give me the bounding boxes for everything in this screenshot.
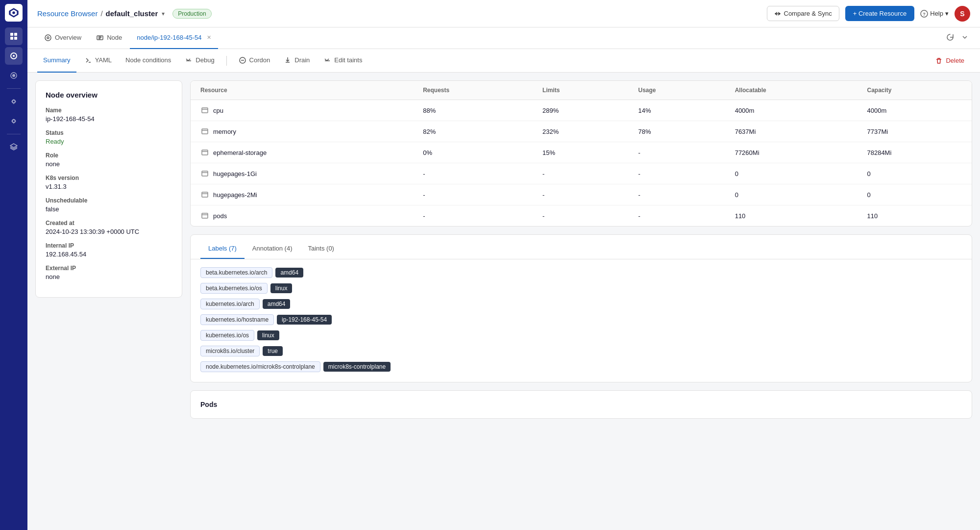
environment-badge: Production bbox=[172, 9, 211, 19]
table-row: ephemeral-storage 0% 15% - 77260Mi 78284… bbox=[191, 142, 972, 163]
resource-icon bbox=[200, 127, 209, 136]
resource-icon bbox=[200, 169, 209, 178]
yaml-icon bbox=[84, 56, 92, 64]
info-name: Name ip-192-168-45-54 bbox=[46, 107, 172, 123]
col-capacity: Capacity bbox=[857, 81, 972, 100]
col-usage: Usage bbox=[628, 81, 725, 100]
help-button[interactable]: ? Help ▾ bbox=[920, 10, 949, 18]
right-panel: Resource Requests Limits Usage Allocatab… bbox=[190, 80, 972, 522]
info-internal-ip: Internal IP 192.168.45.54 bbox=[46, 242, 172, 258]
label-key: kubernetes.io/arch bbox=[200, 299, 260, 309]
tab-refresh-icon[interactable] bbox=[945, 32, 956, 44]
label-row: node.kubernetes.io/microk8s-controlplane… bbox=[200, 361, 962, 372]
table-row: memory 82% 232% 78% 7637Mi 7737Mi bbox=[191, 121, 972, 142]
tab-taints[interactable]: Taints (0) bbox=[300, 245, 342, 259]
tab-node[interactable]: Node bbox=[89, 27, 129, 49]
labels-card: Labels (7) Annotation (4) Taints (0) bet… bbox=[190, 234, 972, 382]
label-key: node.kubernetes.io/microk8s-controlplane bbox=[200, 361, 320, 372]
pods-card: Pods bbox=[190, 390, 972, 419]
subnav-debug[interactable]: Debug bbox=[179, 49, 220, 73]
table-row: hugepages-2Mi - - - 0 0 bbox=[191, 184, 972, 205]
compare-sync-button[interactable]: Compare & Sync bbox=[767, 6, 839, 21]
label-row: beta.kubernetes.io/os linux bbox=[200, 283, 962, 294]
info-external-ip: External IP none bbox=[46, 265, 172, 280]
taints-icon bbox=[323, 56, 331, 64]
drain-icon bbox=[284, 56, 292, 64]
svg-rect-4 bbox=[14, 33, 17, 36]
col-requests: Requests bbox=[413, 81, 533, 100]
sidebar-item-settings[interactable] bbox=[5, 93, 23, 110]
label-key: beta.kubernetes.io/os bbox=[200, 283, 268, 294]
breadcrumb-separator: / bbox=[100, 9, 102, 18]
info-unschedulable: Unschedulable false bbox=[46, 197, 172, 213]
pods-title: Pods bbox=[200, 401, 962, 408]
subnav-divider bbox=[226, 56, 227, 66]
tab-chevron-icon[interactable] bbox=[959, 32, 970, 44]
label-value: true bbox=[263, 346, 283, 356]
info-role: Role none bbox=[46, 152, 172, 168]
svg-rect-22 bbox=[202, 150, 208, 155]
tab-annotations[interactable]: Annotation (4) bbox=[245, 245, 300, 259]
node-overview-panel: Node overview Name ip-192-168-45-54 Stat… bbox=[35, 80, 182, 298]
breadcrumb-resource-browser[interactable]: Resource Browser bbox=[37, 9, 98, 18]
node-overview-title: Node overview bbox=[46, 91, 172, 99]
tab-overview[interactable]: Overview bbox=[37, 27, 88, 49]
sidebar-item-dashboard[interactable] bbox=[5, 27, 23, 45]
help-chevron-icon: ▾ bbox=[945, 10, 949, 17]
label-value: linux bbox=[270, 283, 293, 293]
subnav-edit-taints[interactable]: Edit taints bbox=[318, 49, 368, 73]
cluster-chevron-icon[interactable]: ▾ bbox=[162, 10, 165, 17]
col-allocatable: Allocatable bbox=[725, 81, 858, 100]
tab-node-ip[interactable]: node/ip-192-168-45-54 ✕ bbox=[130, 27, 218, 49]
svg-rect-26 bbox=[202, 192, 208, 197]
label-row: kubernetes.io/hostname ip-192-168-45-54 bbox=[200, 314, 962, 325]
resource-table-card: Resource Requests Limits Usage Allocatab… bbox=[190, 80, 972, 227]
topbar: Resource Browser / default_cluster ▾ Pro… bbox=[27, 0, 980, 27]
sidebar-logo[interactable] bbox=[5, 4, 23, 22]
table-row: cpu 88% 289% 14% 4000m 4000m bbox=[191, 100, 972, 121]
user-avatar[interactable]: S bbox=[955, 6, 970, 22]
tab-actions bbox=[945, 32, 970, 44]
topbar-left: Resource Browser / default_cluster ▾ Pro… bbox=[37, 9, 212, 19]
resource-table: Resource Requests Limits Usage Allocatab… bbox=[191, 81, 972, 226]
sidebar-item-layers[interactable] bbox=[5, 138, 23, 156]
label-row: kubernetes.io/arch amd64 bbox=[200, 299, 962, 309]
topbar-right: Compare & Sync + Create Resource ? Help … bbox=[767, 6, 971, 22]
content-area: Node overview Name ip-192-168-45-54 Stat… bbox=[27, 73, 980, 530]
tabbar: Overview Node node/ip-192-168-45-54 ✕ bbox=[27, 27, 980, 49]
label-row: kubernetes.io/os linux bbox=[200, 330, 962, 341]
sidebar-item-settings2[interactable] bbox=[5, 112, 23, 130]
sidebar-divider bbox=[7, 88, 21, 89]
sidebar-item-resources[interactable] bbox=[5, 47, 23, 65]
svg-rect-5 bbox=[10, 37, 13, 40]
svg-text:?: ? bbox=[923, 12, 926, 17]
subnav-yaml[interactable]: YAML bbox=[78, 49, 118, 73]
table-row: pods - - - 110 110 bbox=[191, 205, 972, 227]
sidebar bbox=[0, 0, 27, 530]
sidebar-divider-2 bbox=[7, 134, 21, 134]
resource-icon bbox=[200, 148, 209, 157]
subnav-cordon[interactable]: Cordon bbox=[233, 49, 276, 73]
delete-button[interactable]: Delete bbox=[929, 54, 970, 68]
label-value: microk8s-controlplane bbox=[323, 362, 391, 372]
svg-rect-3 bbox=[10, 33, 13, 36]
info-created-at: Created at 2024-10-23 13:30:39 +0000 UTC bbox=[46, 220, 172, 235]
resource-icon bbox=[200, 106, 209, 115]
sidebar-item-network[interactable] bbox=[5, 67, 23, 84]
label-key: kubernetes.io/os bbox=[200, 330, 254, 341]
create-resource-button[interactable]: + Create Resource bbox=[845, 6, 914, 21]
info-k8s-version: K8s version v1.31.3 bbox=[46, 175, 172, 190]
subnav-node-conditions[interactable]: Node conditions bbox=[120, 49, 177, 73]
label-row: beta.kubernetes.io/arch amd64 bbox=[200, 267, 962, 278]
delete-icon bbox=[935, 57, 943, 65]
svg-point-2 bbox=[12, 11, 15, 14]
labels-tabs: Labels (7) Annotation (4) Taints (0) bbox=[191, 245, 972, 259]
subnav-drain[interactable]: Drain bbox=[278, 49, 316, 73]
tab-close-icon[interactable]: ✕ bbox=[207, 34, 211, 41]
label-key: kubernetes.io/hostname bbox=[200, 314, 274, 325]
label-value: amd64 bbox=[275, 268, 303, 278]
col-limits: Limits bbox=[533, 81, 628, 100]
subnav-summary[interactable]: Summary bbox=[37, 49, 76, 73]
tab-labels[interactable]: Labels (7) bbox=[200, 245, 245, 259]
subnav: Summary YAML Node conditions Debug Cordo… bbox=[27, 49, 980, 73]
